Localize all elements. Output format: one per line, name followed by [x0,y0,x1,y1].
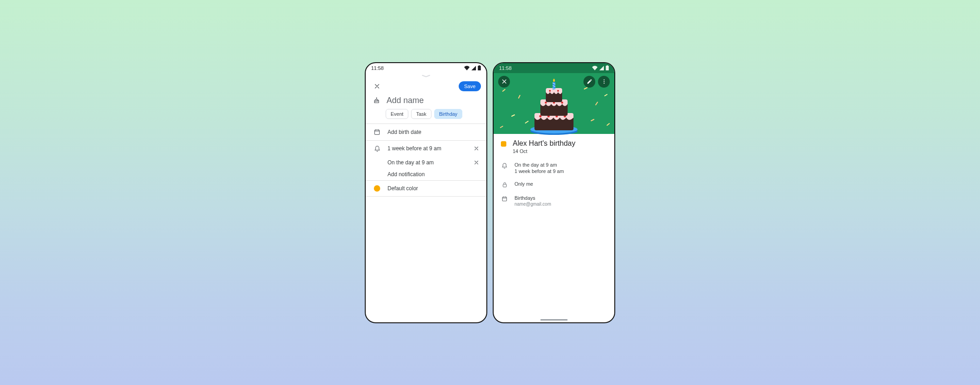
color-row[interactable]: Default color [366,181,486,196]
battery-icon [606,65,609,70]
chip-task[interactable]: Task [411,109,431,119]
status-time: 11:58 [371,65,384,71]
notifications-row[interactable]: On the day at 9 am 1 week before at 9 am [494,158,614,178]
add-notification-label: Add notification [387,171,479,178]
divider [366,196,486,197]
svg-line-4 [503,89,505,91]
svg-line-9 [596,102,598,105]
close-icon [474,146,479,151]
svg-rect-0 [375,130,380,134]
color-dot-icon [373,185,381,192]
svg-rect-32 [502,197,506,201]
create-birthday-screen: 11:58 Save Add name Event Task Birthday … [365,62,487,323]
drag-handle[interactable] [366,73,486,79]
view-notif-2: 1 week before at 9 am [514,168,564,174]
svg-line-8 [584,88,587,89]
svg-point-26 [549,90,551,92]
wifi-icon [464,66,470,70]
visibility-label: Only me [514,181,533,187]
view-birthday-screen: 11:58 [493,62,615,323]
svg-rect-29 [553,82,555,89]
svg-line-10 [605,94,607,96]
birth-date-label: Add birth date [387,129,479,135]
color-swatch [374,185,380,192]
birth-date-row[interactable]: Add birth date [366,124,486,140]
title-row: Add name [366,94,486,109]
svg-line-12 [607,123,609,125]
notification-1-label: 1 week before at 9 am [387,145,467,152]
notification-row-2[interactable]: On the day at 9 am [366,157,486,168]
wifi-icon [592,66,598,70]
svg-line-13 [500,126,503,128]
event-title-row: Alex Hart's birthday [494,134,614,148]
status-bar: 11:58 [494,63,614,73]
nav-handle [540,319,568,321]
calendar-account: name@gmail.com [514,202,551,207]
save-button[interactable]: Save [459,81,481,91]
bell-icon [501,163,508,169]
status-icons [592,65,609,70]
chip-birthday[interactable]: Birthday [434,109,462,119]
type-chips: Event Task Birthday [366,109,486,123]
calendar-row[interactable]: Birthdays name@gmail.com [494,192,614,210]
close-icon [474,160,479,165]
color-label: Default color [387,185,479,192]
add-notification-row[interactable]: Add notification [366,168,486,180]
name-input[interactable]: Add name [387,96,424,105]
svg-line-6 [519,95,520,98]
notification-2-label: On the day at 9 am [387,159,474,166]
calendar-icon [373,128,381,136]
cake-illustration [524,77,583,135]
status-time: 11:58 [499,65,512,71]
calendar-name: Birthdays [514,195,551,201]
close-icon [374,83,380,89]
signal-icon [599,66,604,70]
event-title: Alex Hart's birthday [513,139,575,148]
remove-notification-1[interactable] [474,146,479,151]
svg-line-5 [512,115,514,116]
status-icons [464,65,481,70]
visibility-row[interactable]: Only me [494,178,614,192]
view-notif-1: On the day at 9 am [514,162,564,168]
close-button[interactable] [371,80,383,92]
hero-banner: 11:58 [494,63,614,134]
status-bar: 11:58 [366,63,486,73]
svg-point-27 [557,90,559,92]
chip-event[interactable]: Event [386,109,408,119]
notification-row-1[interactable]: 1 week before at 9 am [366,141,486,157]
event-color-dot [501,141,506,147]
svg-line-11 [591,119,594,121]
signal-icon [471,66,476,70]
svg-point-22 [545,101,547,104]
svg-point-24 [561,101,564,104]
calendar-icon [501,196,508,202]
top-bar: Save [366,79,486,94]
cake-outline-icon [373,97,380,104]
battery-icon [478,65,481,70]
event-date: 14 Oct [494,148,614,158]
lock-icon [501,182,508,188]
remove-notification-2[interactable] [474,160,479,165]
bell-icon [373,145,381,152]
svg-rect-31 [503,184,506,187]
